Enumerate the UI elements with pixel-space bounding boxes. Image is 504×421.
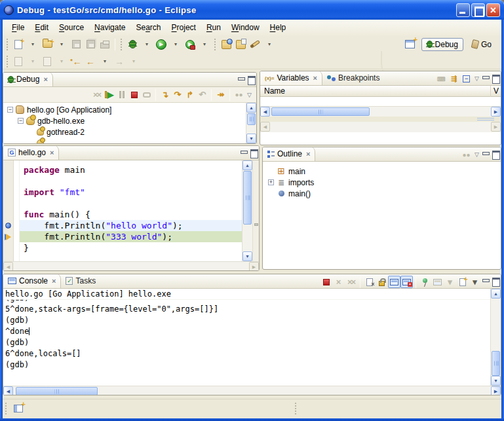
next-annotation-button[interactable] — [12, 55, 25, 68]
code-line[interactable]: import "fmt" — [20, 187, 242, 198]
save-all-button[interactable] — [84, 38, 97, 51]
code-line[interactable] — [20, 175, 242, 187]
display-selected-console-dropdown[interactable]: ▾ — [444, 276, 456, 288]
debug-launch-dropdown[interactable]: ▾ — [140, 38, 153, 51]
maximize-view-icon[interactable] — [250, 149, 258, 156]
view-menu-icon[interactable]: ▽ — [475, 75, 479, 82]
plus-expander-icon[interactable]: + — [268, 179, 274, 185]
console-output[interactable]: (gdb)5^done,stack-args=[frame={level="0"… — [3, 300, 490, 386]
variables-table-body[interactable] — [260, 97, 501, 106]
code-line[interactable]: fmt.Println("333 world"); — [20, 231, 242, 242]
open-resource-button[interactable] — [234, 38, 247, 51]
outline-row[interactable]: −main() — [263, 188, 501, 199]
code-line[interactable]: package main — [20, 164, 242, 175]
next-annotation-dropdown[interactable]: ▾ — [26, 55, 39, 68]
run-launch-dropdown[interactable]: ▾ — [169, 38, 182, 51]
step-into-icon[interactable]: ↴ — [159, 88, 171, 101]
debug-launch-button[interactable] — [126, 38, 139, 51]
external-tools-button[interactable]: ▶ — [184, 38, 197, 51]
link-with-editor-icon[interactable]: ●● — [460, 149, 473, 161]
previous-annotation-dropdown[interactable]: ▾ — [55, 55, 68, 68]
tab-debug[interactable]: Debug × — [3, 72, 53, 86]
scroll-left-icon[interactable]: ◀ — [3, 262, 13, 271]
debug-tree-row[interactable]: −hello.go [Go Application] — [3, 104, 246, 115]
scroll-down-icon[interactable]: ▼ — [246, 134, 256, 143]
fast-view-icon[interactable] — [14, 405, 23, 412]
menu-item-project[interactable]: Project — [166, 21, 201, 34]
debug-vertical-scrollbar[interactable]: ▲ ▼ — [246, 103, 256, 143]
minimize-view-icon[interactable] — [237, 76, 245, 83]
minimize-view-icon[interactable] — [482, 75, 490, 82]
perspective-go-button[interactable]: Go — [467, 39, 496, 50]
gutter-row[interactable] — [3, 164, 13, 175]
code-line[interactable]: } — [20, 242, 242, 253]
scrollbar-thumb[interactable] — [247, 113, 256, 125]
console-vertical-scrollbar[interactable]: ▲ ▼ — [490, 289, 501, 386]
tab-outline[interactable]: Outline × — [263, 147, 315, 161]
menu-item-file[interactable]: File — [7, 21, 29, 34]
view-menu-icon[interactable]: ▽ — [247, 92, 252, 98]
scrollbar-thumb[interactable] — [16, 387, 98, 395]
new-wizard-dropdown[interactable]: ▾ — [26, 38, 39, 51]
drop-to-frame-icon[interactable]: ↶ — [196, 88, 208, 101]
minimize-view-icon[interactable] — [482, 151, 490, 158]
scrollbar-thumb[interactable] — [271, 107, 370, 116]
view-management-icon[interactable]: ●● — [233, 88, 245, 101]
gutter-row[interactable] — [3, 187, 13, 198]
maximize-view-icon[interactable] — [247, 76, 255, 83]
minimize-window-button[interactable] — [456, 3, 470, 17]
forward-dropdown[interactable]: ▾ — [127, 55, 140, 68]
open-type-button[interactable] — [220, 38, 233, 51]
show-logical-structure-icon[interactable]: ⇶ — [448, 73, 460, 85]
search-tool-button[interactable] — [248, 38, 262, 51]
resume-icon[interactable]: ▶ — [103, 88, 115, 101]
maximize-view-icon[interactable] — [492, 278, 499, 285]
tab-hello-go[interactable]: G hello.go × — [3, 145, 59, 160]
back-button[interactable]: ← — [84, 55, 97, 68]
toolbar-drag-handle[interactable] — [213, 39, 218, 50]
disconnect-icon[interactable] — [140, 88, 153, 101]
scroll-right-icon[interactable]: ▶ — [249, 262, 259, 271]
run-launch-button[interactable]: ▶ — [155, 38, 168, 51]
new-project-button[interactable]: + — [41, 38, 54, 51]
overview-annotation[interactable] — [254, 223, 258, 226]
minus-expander-icon[interactable]: − — [7, 107, 13, 113]
scroll-up-icon[interactable]: ▲ — [491, 289, 501, 299]
suspend-icon[interactable] — [115, 88, 128, 101]
menu-item-help[interactable]: Help — [265, 21, 292, 34]
menu-item-navigate[interactable]: Navigate — [89, 21, 130, 34]
scroll-up-icon[interactable]: ▲ — [246, 103, 256, 113]
editor-code[interactable]: package mainimport "fmt"func main() { fm… — [20, 160, 242, 261]
minimize-view-icon[interactable] — [482, 278, 490, 285]
menu-item-search[interactable]: Search — [130, 21, 166, 34]
show-stderr-icon[interactable]: × — [400, 276, 413, 288]
scroll-left-icon[interactable]: ◀ — [3, 386, 13, 395]
perspective-debug-button[interactable]: Debug — [421, 38, 463, 51]
scroll-lock-icon[interactable] — [376, 276, 388, 288]
title-bar[interactable]: Debug - testGo/src/cmd/hello.go - Eclips… — [0, 0, 504, 20]
toolbar-drag-handle[interactable] — [5, 39, 10, 50]
scroll-right-icon[interactable]: ▶ — [491, 386, 501, 395]
code-line[interactable]: fmt.Println("hello world"); — [20, 220, 242, 231]
maximize-view-icon[interactable] — [492, 151, 499, 158]
tab-console[interactable]: Console × — [3, 274, 61, 288]
console-horizontal-scrollbar[interactable]: ◀ ▶ — [3, 386, 501, 395]
menu-item-window[interactable]: Window — [226, 21, 265, 34]
terminate-icon[interactable] — [128, 88, 140, 101]
collapse-all-icon[interactable]: − — [460, 73, 473, 85]
remove-all-terminated-icon[interactable]: ×× — [345, 276, 357, 288]
close-icon[interactable]: × — [43, 75, 47, 83]
scroll-down-icon[interactable]: ▼ — [242, 251, 252, 261]
scroll-right-icon[interactable]: ▶ — [491, 122, 501, 132]
pin-console-icon[interactable] — [419, 276, 431, 288]
close-window-button[interactable] — [486, 3, 500, 17]
column-name[interactable]: Name — [264, 86, 285, 96]
last-edit-location-button[interactable]: *← — [69, 55, 83, 68]
gutter-row[interactable] — [3, 242, 13, 253]
search-tool-dropdown[interactable]: ▾ — [263, 38, 276, 51]
gutter-row[interactable] — [3, 175, 13, 187]
tab-tasks[interactable]: ✓ Tasks — [61, 274, 100, 288]
open-perspective-button[interactable] — [404, 38, 417, 51]
code-line[interactable]: func main() { — [20, 209, 242, 220]
close-icon[interactable]: × — [52, 277, 56, 285]
